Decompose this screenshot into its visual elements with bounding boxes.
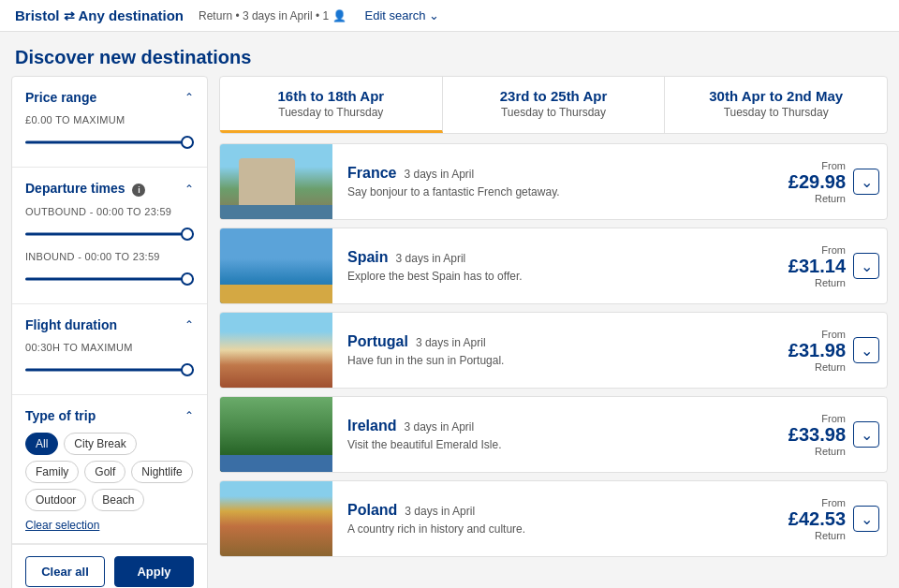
expand-button-spain[interactable]: ⌄	[853, 253, 879, 279]
destination-card-france[interactable]: France 3 days in April Say bonjour to a …	[219, 143, 888, 220]
tab-date-3: 30th Apr to 2nd May	[680, 88, 872, 104]
from-label-portugal: From	[788, 329, 846, 340]
trip-type-beach[interactable]: Beach	[92, 489, 144, 511]
from-label-france: From	[788, 160, 846, 171]
dest-name-row-portugal: Portugal 3 days in April	[347, 333, 774, 350]
return-label-poland: Return	[788, 530, 846, 541]
price-value-france: £29.98	[788, 171, 846, 193]
apply-button[interactable]: Apply	[114, 556, 194, 587]
page-title: Discover new destinations	[0, 32, 899, 76]
dest-image-spain	[220, 228, 332, 303]
sidebar-footer: Clear all Apply	[12, 544, 207, 588]
dest-info-poland: Poland 3 days in April A country rich in…	[332, 491, 788, 547]
destination-list: France 3 days in April Say bonjour to a …	[219, 143, 888, 557]
tab-days-3: Tuesday to Thursday	[680, 106, 872, 119]
slider-track	[25, 233, 194, 236]
date-tab-2[interactable]: 23rd to 25th Apr Tuesday to Thursday	[443, 77, 666, 133]
trip-types-container: All City Break Family Golf Nightlife Out…	[25, 433, 194, 511]
slider-track	[25, 369, 194, 372]
dest-info-ireland: Ireland 3 days in April Visit the beauti…	[332, 406, 788, 463]
price-range-header[interactable]: Price range ⌃	[25, 90, 194, 105]
dest-info-spain: Spain 3 days in April Explore the best S…	[332, 238, 788, 294]
expand-button-poland[interactable]: ⌄	[853, 506, 879, 532]
price-range-title: Price range	[25, 90, 96, 105]
outbound-slider[interactable]	[25, 225, 194, 243]
dest-name-ireland: Ireland	[347, 418, 396, 434]
dest-name-row-spain: Spain 3 days in April	[347, 249, 774, 266]
departure-times-chevron-icon: ⌃	[184, 183, 194, 196]
trip-type-all[interactable]: All	[25, 433, 58, 455]
date-tab-1[interactable]: 16th to 18th Apr Tuesday to Thursday	[220, 77, 443, 133]
date-tabs: 16th to 18th Apr Tuesday to Thursday 23r…	[219, 76, 888, 134]
content-area: Price range ⌃ £0.00 TO MAXIMUM Departure…	[0, 76, 899, 588]
header: Bristol ⇄ Any destination Return • 3 day…	[0, 0, 899, 32]
expand-button-ireland[interactable]: ⌄	[853, 421, 879, 448]
trip-type-family[interactable]: Family	[25, 461, 79, 483]
dest-image-france	[220, 144, 332, 219]
flight-duration-chevron-icon: ⌃	[184, 318, 194, 331]
price-range-label: £0.00 TO MAXIMUM	[25, 114, 194, 125]
price-value-ireland: £33.98	[788, 424, 846, 446]
return-label-ireland: Return	[788, 446, 846, 457]
info-icon[interactable]: i	[132, 184, 145, 197]
slider-track	[25, 141, 194, 144]
departure-times-header[interactable]: Departure times i ⌃	[25, 181, 194, 197]
trip-type-nightlife[interactable]: Nightlife	[131, 461, 192, 483]
dest-name-poland: Poland	[347, 502, 397, 519]
header-route: Bristol ⇄ Any destination	[15, 7, 184, 23]
price-value-poland: £42.53	[788, 508, 846, 530]
dest-duration-portugal: 3 days in April	[416, 336, 486, 349]
dest-info-portugal: Portugal 3 days in April Have fun in the…	[332, 322, 788, 378]
type-of-trip-header[interactable]: Type of trip ⌃	[25, 408, 194, 423]
destination-card-poland[interactable]: Poland 3 days in April A country rich in…	[219, 480, 888, 557]
sidebar-filters: Price range ⌃ £0.00 TO MAXIMUM Departure…	[11, 76, 208, 588]
trip-type-golf[interactable]: Golf	[84, 461, 125, 483]
inbound-label: INBOUND - 00:00 TO 23:59	[25, 251, 194, 262]
dest-price-block-spain: From £31.14 Return	[788, 244, 846, 288]
price-range-slider[interactable]	[25, 133, 194, 152]
destination-label: Any destination	[79, 7, 184, 23]
dest-desc-ireland: Visit the beautiful Emerald Isle.	[347, 438, 774, 451]
dest-duration-poland: 3 days in April	[405, 505, 475, 518]
price-value-portugal: £31.98	[788, 340, 846, 361]
destination-card-portugal[interactable]: Portugal 3 days in April Have fun in the…	[219, 312, 888, 389]
dest-duration-france: 3 days in April	[404, 168, 474, 181]
slider-thumb[interactable]	[181, 136, 194, 149]
dest-name-portugal: Portugal	[347, 333, 408, 350]
dest-price-area-ireland: From £33.98 Return ⌄	[788, 413, 887, 457]
flight-duration-section: Flight duration ⌃ 00:30H TO MAXIMUM	[12, 304, 207, 395]
dest-name-row-ireland: Ireland 3 days in April	[347, 418, 774, 434]
inbound-slider-thumb[interactable]	[181, 272, 194, 286]
flight-duration-header[interactable]: Flight duration ⌃	[25, 317, 194, 332]
type-of-trip-section: Type of trip ⌃ All City Break Family Gol…	[12, 395, 207, 544]
price-value-spain: £31.14	[788, 256, 846, 277]
clear-all-button[interactable]: Clear all	[25, 556, 105, 587]
flight-duration-title: Flight duration	[25, 317, 117, 332]
tab-date-2: 23rd to 25th Apr	[458, 88, 650, 104]
trip-meta: Return • 3 days in April • 1 👤	[199, 9, 346, 22]
trip-type-outdoor[interactable]: Outdoor	[25, 489, 86, 511]
dest-price-block-ireland: From £33.98 Return	[788, 413, 846, 457]
destination-card-ireland[interactable]: Ireland 3 days in April Visit the beauti…	[219, 396, 888, 473]
destination-card-spain[interactable]: Spain 3 days in April Explore the best S…	[219, 228, 888, 304]
from-label-poland: From	[788, 497, 846, 508]
clear-selection-link[interactable]: Clear selection	[25, 519, 194, 532]
expand-button-portugal[interactable]: ⌄	[853, 337, 879, 363]
outbound-slider-thumb[interactable]	[181, 228, 194, 241]
type-of-trip-chevron-icon: ⌃	[184, 409, 194, 422]
main-content: 16th to 18th Apr Tuesday to Thursday 23r…	[219, 76, 888, 588]
trip-type-city-break[interactable]: City Break	[64, 433, 136, 455]
expand-button-france[interactable]: ⌄	[853, 169, 879, 195]
inbound-slider[interactable]	[25, 270, 194, 288]
return-label-spain: Return	[788, 277, 846, 288]
chevron-down-icon: ⌄	[429, 8, 439, 22]
dest-image-portugal	[220, 313, 332, 388]
person-icon: 👤	[332, 9, 346, 22]
edit-search-button[interactable]: Edit search ⌄	[365, 8, 439, 22]
date-tab-3[interactable]: 30th Apr to 2nd May Tuesday to Thursday	[665, 77, 887, 133]
flight-duration-slider-thumb[interactable]	[181, 363, 194, 376]
flight-duration-slider[interactable]	[25, 360, 194, 379]
dest-name-spain: Spain	[347, 249, 389, 266]
dest-desc-poland: A country rich in history and culture.	[347, 522, 774, 536]
dest-image-poland	[220, 481, 332, 556]
